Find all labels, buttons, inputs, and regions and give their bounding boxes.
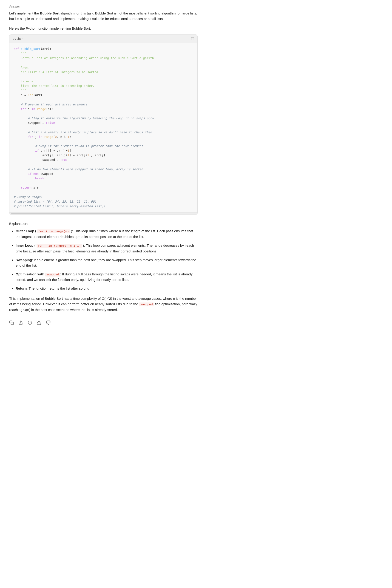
inner-loop-bold: Inner Loop ( [16,243,36,247]
bullet-list: Outer Loop ( for i in range(n) ): This l… [9,228,198,291]
here-text: Here's the Python function implementing … [9,26,198,31]
list-item-inner-loop: Inner Loop ( for j in range(0, n-i-1) ):… [16,243,198,254]
outer-loop-code: for i in range(n) [37,229,70,233]
return-bold: Return [16,286,27,290]
action-thumbsdown-icon[interactable] [46,320,50,326]
list-item-swapping: Swapping: If an element is greater than … [16,257,198,268]
code-lang: python [13,37,24,40]
inner-loop-code: for j in range(0, n-i-1) [36,244,82,248]
action-bar [9,318,198,326]
code-scrollbar[interactable] [10,212,198,214]
bubble-sort-bold: Bubble Sort [40,11,60,15]
code-block-wrapper: python ❐ def bubble_sort(arr): """ Sorts… [9,34,198,215]
intro-paragraph: Let's implement the Bubble Sort algorith… [9,10,198,21]
svg-rect-0 [11,322,14,325]
outer-loop-bold: Outer Loop ( [16,229,37,233]
list-item-return: Return: The function returns the list af… [16,286,198,291]
list-item-optimization: Optimization with swapped: If during a f… [16,271,198,283]
footer-paragraph: This implementation of Bubble Sort has a… [9,296,198,313]
footer-swapped-code: swapped [139,303,154,306]
answer-label: Answer [9,4,198,8]
action-copy-icon[interactable] [9,320,14,326]
return-text: : The function returns the list after so… [27,286,90,290]
explanation-label: Explanation: [9,222,198,226]
copy-icon[interactable]: ❐ [191,36,194,41]
action-refresh-icon[interactable] [28,320,32,326]
code-header: python ❐ [10,35,198,43]
intro-part1: Let's implement the [9,11,40,15]
swapping-bold: Swapping [16,258,32,262]
action-thumbsup-icon[interactable] [37,320,41,326]
code-content: def bubble_sort(arr): """ Sorts a list o… [10,43,198,212]
optimization-code: swapped [45,273,60,277]
action-share-icon[interactable] [18,320,23,326]
list-item-outer-loop: Outer Loop ( for i in range(n) ): This l… [16,228,198,240]
scrollbar-thumb [11,213,140,214]
swapping-text: : If an element is greater than the next… [16,258,196,267]
optimization-bold: Optimization with [16,272,45,276]
